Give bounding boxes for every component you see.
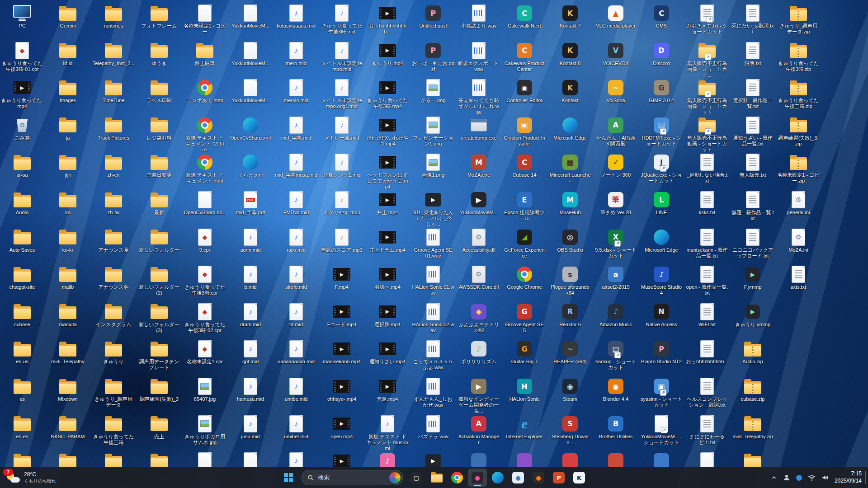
desktop-icon[interactable]: ▶ヘッドフォンはずしててぉかうま.mp4 xyxy=(366,153,409,189)
desktop-icon[interactable]: ⚙AWSSDK.Core.dll xyxy=(457,265,500,301)
desktop-icon[interactable]: まにまにわーるど！.txt xyxy=(685,414,729,450)
desktop-icon[interactable]: Telepathy_Inst_2... xyxy=(92,41,135,77)
desktop-icon[interactable]: ▶孤独なインディーゲーム開発者の一生... xyxy=(457,377,500,413)
desktop-icon[interactable]: 死にたい_ω歌詞.txt xyxy=(731,4,774,40)
taskbar-app-app-k[interactable]: K xyxy=(570,469,589,487)
desktop-icon[interactable] xyxy=(640,451,683,467)
desktop-icon[interactable]: en-us xyxy=(0,339,44,375)
desktop-icon[interactable]: ▶ xyxy=(411,451,455,467)
desktop-icon[interactable]: 営業日変更 xyxy=(137,153,181,189)
desktop-icon[interactable]: cubase.zip xyxy=(731,377,774,413)
desktop-icon[interactable]: かるー.png xyxy=(411,78,455,114)
desktop-icon[interactable]: プレゼンテーション1.png xyxy=(411,116,455,152)
desktop-icon[interactable]: GGroove Agent SE 5 xyxy=(503,302,546,338)
desktop-icon[interactable]: ▤↗HDDFMT.exe - ショートカット xyxy=(640,116,683,152)
desktop-icon[interactable]: PUntitled.ppsf xyxy=(411,4,455,40)
desktop-icon[interactable]: ♪umibet.mid xyxy=(274,414,318,450)
desktop-icon[interactable]: ♪uaaaaaaaaa.mid xyxy=(274,339,318,375)
desktop-icon[interactable]: ♪タイトル未設定.tempo.orig1.mid xyxy=(320,78,363,114)
desktop-icon[interactable]: Mixdown xyxy=(46,377,90,413)
desktop-icon[interactable]: RReaktor 6 xyxy=(548,302,592,338)
desktop-icon[interactable]: SSteinberg Downlo... xyxy=(548,414,592,450)
desktop-icon[interactable]: ↗無人販売不正行為 動画 - ショートカット xyxy=(685,116,729,152)
desktop-icon[interactable]: akis.txt xyxy=(777,265,820,301)
desktop-icon[interactable]: ▣↗syasinn - ショートカット xyxy=(640,377,683,413)
desktop-icon[interactable]: ⚙general.ini xyxy=(777,190,820,226)
desktop-icon[interactable]: ▤↗backup - ショートカット xyxy=(594,339,637,375)
desktop-icon[interactable]: ◉Controller Editor xyxy=(503,78,546,114)
wifi-icon[interactable] xyxy=(808,474,816,481)
desktop-icon[interactable]: DDiscord xyxy=(640,41,683,77)
desktop-icon[interactable]: midi_Telepathy.zip xyxy=(731,414,774,450)
desktop-icon[interactable] xyxy=(92,451,135,467)
desktop-icon[interactable]: YukkuriMovieM... xyxy=(229,4,272,40)
desktop-icon[interactable]: きゅうり_調声用データ.zip xyxy=(777,4,820,40)
desktop-icon[interactable]: 選択肢 - 親作品一覧.txt xyxy=(731,78,774,114)
desktop-icon[interactable]: ▲VLC media player xyxy=(594,4,637,40)
desktop-icon[interactable]: インスタグラム xyxy=(92,302,135,338)
desktop-icon[interactable]: 新規 テキスト ドキュメント.html xyxy=(183,153,226,189)
desktop-icon[interactable]: ◆ぷよぷよ™テトリス®2 xyxy=(457,302,500,338)
desktop-icon[interactable]: Aかんたん！AITalk 3 関西風 xyxy=(594,116,637,152)
desktop-icon[interactable]: 65407.jpg xyxy=(183,377,226,413)
desktop-icon[interactable]: PDFmid_字幕.pdf xyxy=(229,190,272,226)
desktop-icon[interactable]: ▶YukkuriMovieM... xyxy=(457,190,500,226)
desktop-icon[interactable]: 新しいフォルダー (2) xyxy=(137,265,181,301)
desktop-icon[interactable] xyxy=(137,451,181,467)
desktop-icon[interactable]: 新しいフォルダー xyxy=(137,228,181,264)
desktop-icon[interactable] xyxy=(548,451,592,467)
desktop-icon[interactable]: ヘルスコンプレッション＿歌詞.txt xyxy=(685,377,729,413)
desktop-icon[interactable]: ◆きゅうり食ってた午後3時-01.cpr xyxy=(0,41,44,77)
desktop-icon[interactable]: フォトフレーム xyxy=(137,4,181,40)
desktop-icon[interactable]: ▶F.mp4 xyxy=(320,265,363,301)
desktop-icon[interactable]: PC xyxy=(0,4,44,40)
desktop-icon[interactable]: 調声用データテンプレート xyxy=(137,339,181,375)
desktop-icon[interactable]: ♪meroin.mid xyxy=(274,78,318,114)
desktop-icon[interactable]: 小銭詰まり.wav xyxy=(457,4,500,40)
desktop-icon[interactable]: CCubase 14 xyxy=(503,153,546,189)
desktop-icon[interactable]: 新規エクスポート.wav xyxy=(457,41,500,77)
desktop-icon[interactable]: きゅうり食ってた午後三時.zip xyxy=(777,78,820,114)
desktop-icon[interactable]: ♪メドレー風.mid xyxy=(320,116,363,152)
desktop-icon[interactable] xyxy=(0,451,44,467)
desktop-icon[interactable]: aairset2-2019 xyxy=(594,265,637,301)
desktop-icon[interactable]: BBrother Utilities xyxy=(594,414,637,450)
desktop-icon[interactable]: 新規 テキスト ドキュメント (2).html xyxy=(183,116,226,152)
desktop-icon[interactable]: J↗JQuake.exe - ショートカット xyxy=(640,153,683,189)
desktop-icon[interactable]: ラベル印刷 xyxy=(137,78,181,114)
user-icon[interactable] xyxy=(783,474,790,481)
desktop-icon[interactable]: malib xyxy=(46,265,90,301)
desktop-icon[interactable]: ko xyxy=(46,190,90,226)
desktop-icon[interactable]: 新しいフォルダー (3) xyxy=(137,302,181,338)
desktop-icon[interactable]: ▶無題.mp4 xyxy=(366,377,409,413)
desktop-icon[interactable]: ♪mero.mid xyxy=(274,41,318,77)
taskbar-app-microsoft-edge[interactable] xyxy=(488,469,507,487)
desktop-icon[interactable]: ◉Blender 4.4 xyxy=(594,377,637,413)
clock[interactable]: 7:15 2025/09/14 xyxy=(835,470,862,484)
search-highlight-image[interactable] xyxy=(389,472,401,483)
desktop-icon[interactable]: ▦Minecraft Launcher xyxy=(548,153,592,189)
desktop-icon[interactable]: KKontakt 8 xyxy=(548,41,592,77)
desktop-icon[interactable]: バズドラ.wav xyxy=(411,414,455,450)
desktop-icon[interactable]: ▶きゅうり食ってた午後3時.mp4 xyxy=(366,78,409,114)
desktop-icon[interactable]: ♪きゅうり食ってた午後3時.mid xyxy=(320,4,363,40)
desktop-icon[interactable]: ↗万引きメモ.txt - ショートカット xyxy=(685,4,729,40)
desktop-icon[interactable]: ♪gpt.mid xyxy=(229,339,272,375)
desktop-icon[interactable]: 名称未設定1 - コピー.zip xyxy=(777,153,820,189)
desktop-icon[interactable]: ksks.txt xyxy=(685,190,729,226)
desktop-icon[interactable]: ♪PVTNd.mid xyxy=(274,190,318,226)
desktop-icon[interactable]: Microsoft Edge xyxy=(640,228,683,264)
start-button[interactable] xyxy=(279,469,297,487)
show-desktop-button[interactable] xyxy=(865,471,868,484)
desktop-icon[interactable]: おっhhhhhhhhhh... xyxy=(685,339,729,375)
desktop-icon[interactable]: ♪新規 テキスト ドキュメント.musicxml xyxy=(366,414,409,450)
desktop-icon[interactable]: ▶通知うざい.mp4 xyxy=(366,339,409,375)
desktop-icon[interactable]: ◆きゅうり食ってた午後3時-02.cpr xyxy=(183,302,226,338)
desktop-icon[interactable]: MMuseHub xyxy=(548,190,592,226)
desktop-icon[interactable]: ▶ohhayo-.mp4 xyxy=(320,377,363,413)
desktop-icon[interactable]: ↗YukkuriMovieM... - ショートカット xyxy=(640,414,683,450)
desktop-icon[interactable]: 説明.txt xyxy=(731,41,774,77)
desktop-icon[interactable]: 名称未設定1 - コピー xyxy=(183,4,226,40)
desktop-icon[interactable]: OpenCvSharp.dll... xyxy=(183,190,226,226)
desktop-icon[interactable]: ゆうき xyxy=(137,41,181,77)
